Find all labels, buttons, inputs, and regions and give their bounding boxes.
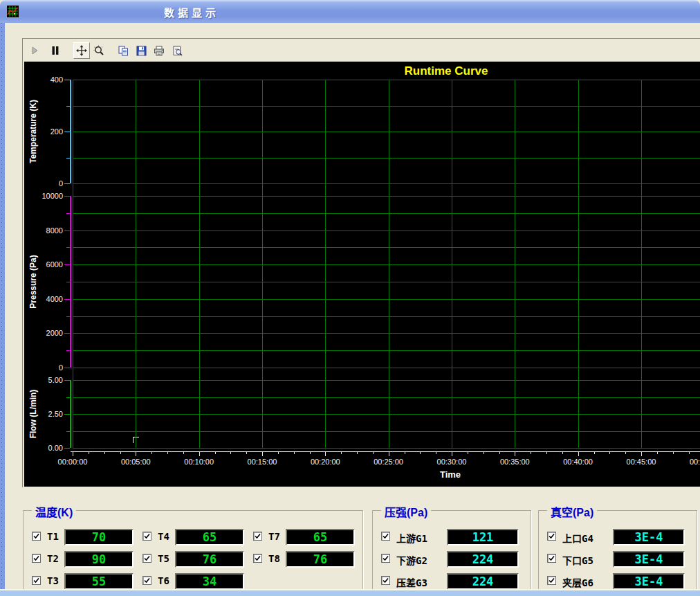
- value-display-上口G4: 3E-4: [613, 529, 685, 545]
- x-minor-tick: [609, 451, 610, 454]
- field-label-上游G1: 上游G1: [396, 531, 427, 545]
- x-major-tick: [199, 451, 200, 456]
- runtime-chart[interactable]: Runtime Curve Time 4002000Temperature (K…: [24, 62, 700, 487]
- x-tick-label: 00:35:00: [490, 458, 539, 466]
- x-tick-label: 00:15:00: [238, 458, 286, 466]
- value-display-夹层G6: 3E-4: [613, 573, 685, 590]
- checkbox-上游G1[interactable]: [381, 532, 390, 541]
- vertical-gridline: [515, 80, 515, 448]
- y-tick: [66, 213, 70, 214]
- y-tick: [64, 414, 70, 415]
- save-button[interactable]: [133, 43, 149, 58]
- field-row-T6: T634: [24, 573, 362, 590]
- groupbox-title: 真空(Pa): [547, 503, 597, 520]
- checkbox-压差G3[interactable]: [381, 576, 390, 585]
- groupbox-title: 温度(K): [32, 503, 76, 520]
- horizontal-gridline: [73, 431, 700, 432]
- field-row-T7: T765: [24, 529, 362, 545]
- preview-button[interactable]: [169, 43, 185, 58]
- horizontal-gridline: [73, 213, 700, 214]
- field-row-上游G1: 上游G1121: [373, 529, 531, 545]
- groupbox-0: 温度(K)T170T290T355T465T576T634T765T876: [23, 510, 363, 596]
- horizontal-gridline: [73, 414, 700, 415]
- x-minor-tick: [468, 451, 468, 454]
- x-minor-tick: [420, 451, 421, 454]
- x-tick-label: 00:40:00: [554, 458, 602, 466]
- x-minor-tick: [531, 451, 531, 454]
- y-tick: [66, 431, 70, 432]
- x-minor-tick: [167, 451, 168, 454]
- pause-button[interactable]: [48, 43, 63, 58]
- x-minor-tick: [562, 451, 563, 454]
- checkbox-T8[interactable]: [253, 554, 262, 563]
- y-tick: [66, 282, 70, 282]
- x-minor-tick: [104, 451, 105, 454]
- window-border-bottom: [0, 589, 700, 596]
- y-tick-label: 0: [27, 363, 63, 372]
- vertical-gridline: [262, 80, 263, 448]
- x-minor-tick: [278, 451, 279, 454]
- horizontal-gridline: [73, 183, 700, 184]
- y-tick: [64, 368, 70, 368]
- checkbox-上口G4[interactable]: [547, 532, 556, 541]
- field-row-下游G2: 下游G2224: [373, 551, 531, 568]
- checkbox-下游G2[interactable]: [381, 554, 390, 563]
- x-minor-tick: [499, 451, 500, 454]
- checkbox-T6[interactable]: [142, 576, 151, 585]
- x-major-tick: [136, 451, 136, 456]
- field-row-上口G4: 上口G43E-4: [539, 529, 697, 545]
- x-minor-tick: [310, 451, 311, 454]
- checkbox-夹层G6[interactable]: [547, 576, 556, 585]
- value-display-下游G2: 224: [447, 551, 519, 568]
- x-tick-label: 00:30:00: [427, 458, 476, 466]
- x-minor-tick: [215, 451, 216, 454]
- field-label-夹层G6: 夹层G6: [562, 575, 593, 589]
- y-tick: [64, 183, 70, 184]
- x-major-tick: [515, 451, 515, 456]
- y-tick: [64, 231, 70, 231]
- field-label-T8: T8: [268, 553, 280, 564]
- y-tick: [66, 350, 70, 351]
- checkbox-T7[interactable]: [253, 532, 262, 541]
- horizontal-gridline: [73, 333, 700, 334]
- pan-icon: [76, 45, 87, 56]
- window-border-left: [0, 23, 5, 596]
- x-major-tick: [578, 451, 579, 456]
- x-minor-tick: [183, 451, 184, 454]
- x-minor-tick: [594, 451, 595, 454]
- y-tick-label: 400: [27, 75, 63, 84]
- pan-button[interactable]: [73, 42, 90, 59]
- x-minor-tick: [151, 451, 152, 454]
- x-minor-tick: [246, 451, 247, 454]
- x-tick-label: 00:50:00: [680, 458, 700, 466]
- x-major-tick: [325, 451, 326, 456]
- y-tick-label: 0: [27, 179, 63, 188]
- vertical-gridline: [136, 80, 136, 448]
- field-label-下口G5: 下口G5: [562, 553, 593, 567]
- x-minor-tick: [89, 451, 89, 454]
- title-bar[interactable]: 数据显示: [0, 0, 700, 23]
- play-button[interactable]: [27, 43, 42, 58]
- y-tick: [64, 333, 70, 334]
- pause-icon: [50, 46, 60, 55]
- chart-panel: Runtime Curve Time 4002000Temperature (K…: [22, 38, 700, 487]
- x-tick-label: 00:25:00: [365, 458, 413, 466]
- window-title: 数据显示: [164, 5, 219, 19]
- value-display-T6: 34: [175, 573, 244, 590]
- x-minor-tick: [673, 451, 674, 454]
- groupbox-2: 真空(Pa)上口G43E-4下口G53E-4夹层G63E-4: [538, 510, 697, 596]
- y-tick: [64, 448, 70, 449]
- x-major-tick: [389, 451, 389, 456]
- x-axis-line: [71, 451, 700, 452]
- y-tick: [66, 316, 70, 317]
- x-minor-tick: [120, 451, 121, 454]
- horizontal-gridline: [73, 132, 700, 132]
- horizontal-gridline: [73, 247, 700, 248]
- horizontal-gridline: [73, 80, 700, 80]
- checkbox-下口G5[interactable]: [547, 554, 556, 563]
- zoom-button[interactable]: [91, 43, 107, 58]
- print-button[interactable]: [151, 43, 167, 58]
- y-tick-label: 5.00: [27, 376, 63, 385]
- copy-button[interactable]: [116, 43, 131, 58]
- horizontal-gridline: [73, 264, 700, 265]
